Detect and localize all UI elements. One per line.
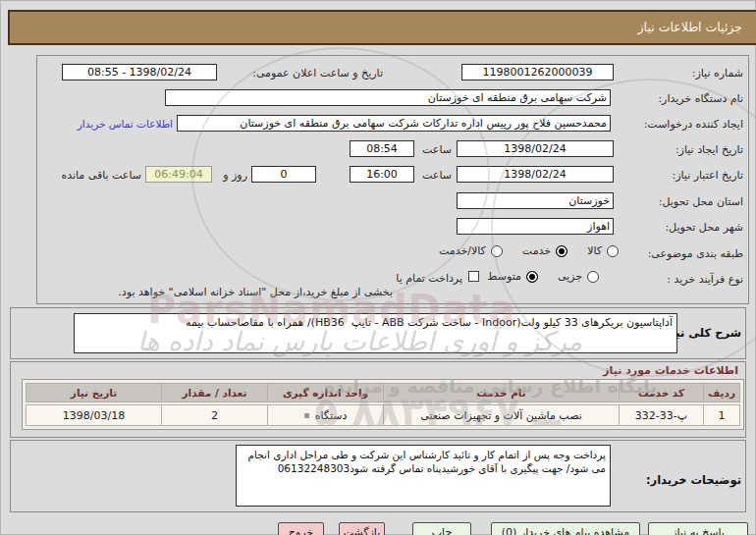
treasury-checkbox[interactable] — [468, 271, 479, 282]
back-button[interactable]: بازگشت — [339, 522, 385, 535]
process-type-option-medium[interactable]: متوسط — [487, 270, 538, 283]
respond-to-need-button[interactable]: پاسخ به نیاز — [648, 522, 748, 535]
create-date-field[interactable] — [457, 140, 614, 157]
services-table: ردیف کد خدمت نام خدمت واحد اندازه گیری ت… — [22, 379, 744, 430]
need-details-page: { "page": { "title_bar": "جزئیات اطلاعات… — [0, 0, 756, 535]
unit-marker-icon — [304, 413, 309, 418]
requester-field[interactable] — [177, 115, 611, 132]
expire-time-field[interactable] — [350, 166, 414, 183]
col-header-quantity: تعداد / مقدار — [161, 383, 267, 402]
days-remaining-label: روز و — [223, 168, 247, 183]
expire-date-field[interactable] — [457, 166, 614, 183]
col-header-need-date: تاریخ نیاز — [26, 383, 161, 402]
radio-minor-icon[interactable] — [587, 271, 599, 283]
province-label: استان محل تحویل: — [659, 194, 743, 209]
create-time-label: ساعت — [422, 142, 452, 157]
expire-time-label: ساعت — [422, 168, 452, 183]
exit-button[interactable]: خروج — [278, 522, 324, 535]
cell-service-name: نصب ماشین آلات و تجهیزات صنعتی — [383, 404, 619, 426]
need-number-label: شماره نیاز: — [692, 66, 743, 80]
process-type-option-minor-label: جزیی — [558, 270, 582, 283]
process-type-option-medium-label: متوسط — [487, 270, 521, 283]
classification-option-goods[interactable]: کالا — [587, 244, 619, 257]
requester-label: ایجاد کننده درخواست: — [644, 117, 743, 132]
radio-medium-icon[interactable] — [526, 271, 538, 283]
process-type-label: نوع فرآیند خرید : — [667, 272, 743, 287]
classification-option-service[interactable]: خدمت — [522, 244, 567, 257]
cell-unit: دستگاه — [267, 404, 383, 426]
classification-option-goods-service-label: کالا/خدمت — [439, 244, 486, 257]
classification-option-service-label: خدمت — [522, 244, 551, 257]
buyer-contact-link[interactable]: اطلاعات تماس خریدار — [78, 117, 173, 132]
radio-goods-icon[interactable] — [607, 245, 619, 257]
cell-service-code: پ-33-332 — [619, 404, 703, 426]
services-table-header: ردیف کد خدمت نام خدمت واحد اندازه گیری ت… — [26, 383, 740, 402]
treasury-text-line1: پرداخت تمام یا — [396, 271, 462, 286]
classification-radio-group: کالا خدمت کالا/خدمت — [419, 244, 619, 257]
need-number-field[interactable] — [461, 64, 614, 80]
countdown-field[interactable] — [145, 166, 212, 183]
services-table-row: 1 پ-33-332 نصب ماشین آلات و تجهیزات صنعت… — [26, 404, 740, 426]
need-description-field[interactable]: آداپتاسیون بریکرهای 33 کیلو ولت(Indoor -… — [74, 313, 677, 353]
create-time-field[interactable] — [350, 140, 414, 157]
radio-service-icon[interactable] — [556, 245, 567, 257]
cell-quantity: 2 — [161, 404, 267, 426]
services-section-title: اطلاعات خدمات مورد نیاز — [603, 364, 738, 377]
city-label: شهر محل تحویل: — [665, 220, 743, 235]
process-type-option-minor[interactable]: جزیی — [558, 270, 599, 283]
buyer-org-label: نام دستگاه خریدار: — [658, 91, 743, 106]
create-date-label: تاریخ ایجاد نیاز: — [675, 142, 743, 157]
announce-datetime-label: تاریخ و ساعت اعلان عمومی: — [252, 66, 383, 80]
days-remaining-field[interactable] — [251, 166, 316, 183]
page-title: جزئیات اطلاعات نیاز — [8, 10, 756, 45]
city-field[interactable] — [457, 218, 614, 235]
countdown-label: ساعت باقی مانده — [61, 168, 141, 183]
col-header-service-code: کد خدمت — [619, 383, 703, 402]
buyer-messages-button[interactable]: مشاهده پیام های خریدار (0) — [491, 522, 640, 535]
col-header-service-name: نام خدمت — [383, 383, 619, 402]
cell-need-date: 1398/03/18 — [26, 404, 161, 426]
buyer-org-field[interactable] — [165, 89, 611, 106]
treasury-text-line2: بخشی از مبلغ خرید،از محل "اسناد خزانه اس… — [118, 285, 393, 299]
print-button[interactable]: چاپ — [412, 522, 471, 535]
cell-unit-text: دستگاه — [315, 409, 348, 422]
col-header-unit: واحد اندازه گیری — [267, 383, 383, 402]
expire-date-label: تاریخ اعتبار نیاز: — [672, 168, 743, 183]
announce-datetime-field[interactable] — [62, 64, 217, 80]
cell-row-number: 1 — [703, 404, 740, 426]
process-type-radio-group: جزیی متوسط — [467, 270, 599, 283]
classification-option-goods-label: کالا — [587, 244, 602, 257]
buyer-notes-label: توضیحات خریدار: — [646, 473, 741, 488]
radio-goods-service-icon[interactable] — [491, 245, 503, 257]
province-field[interactable] — [457, 192, 614, 209]
col-header-row-number: ردیف — [703, 383, 740, 402]
buyer-notes-field[interactable]: پرداخت وجه پس از اتمام کار و تائید کارشن… — [236, 445, 611, 507]
classification-label: طبقه بندی موضوعی: — [648, 246, 743, 261]
classification-option-goods-service[interactable]: کالا/خدمت — [439, 244, 503, 257]
